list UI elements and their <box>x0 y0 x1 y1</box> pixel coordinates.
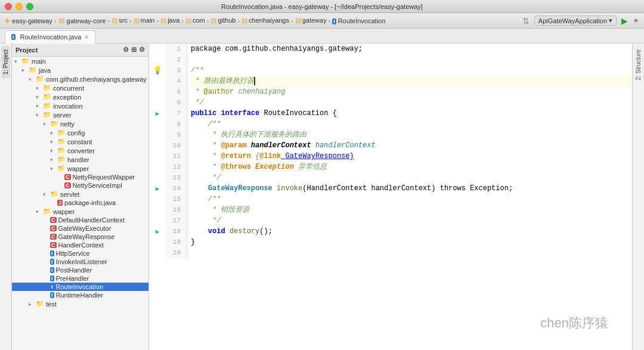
line-number: 15 <box>166 194 183 205</box>
tree-node-prehandler[interactable]: IPreHandler <box>12 274 148 283</box>
close-button[interactable] <box>5 3 12 10</box>
tree-node-routeinvocation[interactable]: IRouteInvocation <box>12 283 148 291</box>
tree-node-label: PostHandler <box>56 267 92 274</box>
run-gutter-icon[interactable]: ▶ <box>156 228 160 236</box>
run-config-dropdown[interactable]: ApiGateWayApplication ▾ <box>534 16 617 26</box>
tree-node-posthandler[interactable]: IPostHandler <box>12 266 148 274</box>
tree-settings-icon[interactable]: ⚙ <box>123 46 129 54</box>
tree-node-wapper[interactable]: 📁wapper <box>12 207 148 216</box>
line-number: 18 <box>166 226 183 237</box>
tree-node-com-github-chenhaiyangs-gateway[interactable]: 📁com.github.chenhaiyangs.gateway <box>12 75 148 83</box>
breadcrumb-github[interactable]: ▤github <box>210 17 236 24</box>
code-line: /** <box>191 119 632 129</box>
line-number: 17 <box>166 215 183 226</box>
tree-node-handler[interactable]: 📁handler <box>12 155 148 164</box>
tree-layout-icon[interactable]: ⊞ <box>131 46 137 54</box>
breadcrumb-gateway-core[interactable]: ▤ gateway-core <box>58 17 106 24</box>
run-gutter-icon[interactable]: ▶ <box>156 185 160 193</box>
code-gutter: 💡▶▶▶ <box>149 44 166 258</box>
gutter-cell: 💡 <box>149 65 166 76</box>
minimize-button[interactable] <box>16 3 23 10</box>
tree-node-test[interactable]: 📁test <box>12 299 148 308</box>
tree-node-exception[interactable]: 📁exception <box>12 92 148 101</box>
tree-node-converter[interactable]: 📁converter <box>12 146 148 155</box>
tree-node-nettyrequestwapper[interactable]: CNettyRequestWapper <box>12 173 148 181</box>
tree-node-constant[interactable]: 📁constant <box>12 137 148 146</box>
breadcrumb-java[interactable]: ▤java <box>160 17 179 24</box>
line-number: 16 <box>166 205 183 215</box>
project-icon: ◈ <box>5 17 10 24</box>
tree-node-httpservice[interactable]: IHttpService <box>12 249 148 258</box>
gutter-cell <box>149 172 166 183</box>
tree-node-server[interactable]: 📁server <box>12 110 148 119</box>
bulb-icon[interactable]: 💡 <box>153 66 162 75</box>
tree-node-invocation[interactable]: 📁invocation <box>12 101 148 110</box>
tree-node-label: DefaultHandlerContext <box>58 216 125 224</box>
tree-node-java[interactable]: 📁java <box>12 66 148 75</box>
code-line: * 路由最终执行器 <box>191 76 632 86</box>
tab-close-icon[interactable]: ✕ <box>84 34 89 41</box>
sidebar-tab-structure[interactable]: 2: Structure <box>634 46 643 84</box>
code-line: package com.github.chenhaiyangs.gateway; <box>191 44 632 54</box>
breadcrumb-com[interactable]: ▤com <box>185 17 205 24</box>
sidebar-tab-project[interactable]: 1: Project <box>1 46 10 78</box>
code-line: */ <box>191 97 632 108</box>
breadcrumb-easy-gateway[interactable]: ◈ easy-gateway <box>5 17 52 24</box>
tree-node-label: netty <box>60 120 75 128</box>
code-line <box>191 54 632 65</box>
breadcrumb-gateway[interactable]: ▤gateway <box>295 17 327 24</box>
breadcrumb-main[interactable]: ▤main <box>134 17 155 24</box>
tree-node-gatewayresponse[interactable]: CGateWayResponse <box>12 233 148 241</box>
run-button[interactable]: ▶ <box>621 16 628 26</box>
traffic-lights[interactable] <box>5 3 33 10</box>
line-number: 14 <box>166 183 183 194</box>
maximize-button[interactable] <box>26 3 33 10</box>
tree-node-label: NettyServiceImpl <box>73 182 122 189</box>
tree-node-label: servlet <box>60 191 79 198</box>
line-number: 2 <box>166 54 183 65</box>
tree-node-netty[interactable]: 📁netty <box>12 119 148 128</box>
breadcrumb-src[interactable]: ▤src <box>112 17 128 24</box>
sync-icon[interactable]: ⇅ <box>522 16 530 26</box>
tree-node-label: config <box>67 129 85 137</box>
tree-node-runtimehandler[interactable]: IRuntimeHandler <box>12 291 148 299</box>
tree-gear-icon[interactable]: ⚙ <box>139 46 145 54</box>
gutter-cell <box>149 86 166 97</box>
title-bar: RouteInvocation.java - easy-gateway - [~… <box>0 0 644 13</box>
tree-toolbar-actions: ⚙ ⊞ ⚙ <box>123 46 145 54</box>
tree-node-nettyserviceimpl[interactable]: CNettyServiceImpl <box>12 181 148 190</box>
run-gutter-icon[interactable]: ▶ <box>156 110 160 117</box>
tab-routeinvocation[interactable]: I RouteInvocation.java ✕ <box>5 30 95 44</box>
code-line: public interface RouteInvocation { <box>191 108 632 119</box>
code-editor[interactable]: 💡▶▶▶ 1234567891011121314151617181920 pac… <box>149 44 632 350</box>
breadcrumb-chenhaiyangs[interactable]: ▤chenhaiyangs <box>242 17 289 24</box>
breadcrumb-routeinvocation[interactable]: IRouteInvocation <box>332 17 385 24</box>
tree-node-main[interactable]: 📁main <box>12 57 148 66</box>
tree-node-config[interactable]: 📁config <box>12 128 148 137</box>
tree-node-handlercontext[interactable]: CHandlerContext <box>12 241 148 249</box>
tree-toolbar: Project ⚙ ⊞ ⚙ <box>12 44 148 57</box>
tree-node-defaulthandlercontext[interactable]: CDefaultHandlerContext <box>12 216 148 224</box>
gutter-cell <box>149 97 166 108</box>
gutter-cell <box>149 54 166 65</box>
tree-node-invokeinitlistener[interactable]: IInvokeInitListener <box>12 258 148 266</box>
tree-node-gatewayexecutor[interactable]: CGateWayExecutor <box>12 224 148 233</box>
breadcrumb-actions: ⇅ ApiGateWayApplication ▾ ▶ ☀ <box>522 16 639 26</box>
tree-node-concurrent[interactable]: 📁concurrent <box>12 83 148 92</box>
tree-node-wapper[interactable]: 📁wapper <box>12 164 148 173</box>
tree-node-package-info-java[interactable]: Jpackage-info.java <box>12 199 148 207</box>
code-line: */ <box>191 215 632 226</box>
tree-node-label: exception <box>53 94 81 101</box>
gutter-cell <box>149 205 166 215</box>
line-number: 13 <box>166 172 183 183</box>
tree-node-label: test <box>46 301 57 308</box>
tree-node-label: constant <box>67 138 92 145</box>
tree-node-label: handler <box>67 156 89 163</box>
tree-node-servlet[interactable]: 📁servlet <box>12 190 148 199</box>
code-lines: package com.github.chenhaiyangs.gateway;… <box>187 44 632 258</box>
tree-node-label: HandlerContext <box>58 241 104 249</box>
settings-icon[interactable]: ☀ <box>633 17 639 25</box>
line-number: 3 <box>166 65 183 76</box>
code-line: /** <box>191 194 632 205</box>
tree-node-label: GateWayExecutor <box>58 225 112 232</box>
